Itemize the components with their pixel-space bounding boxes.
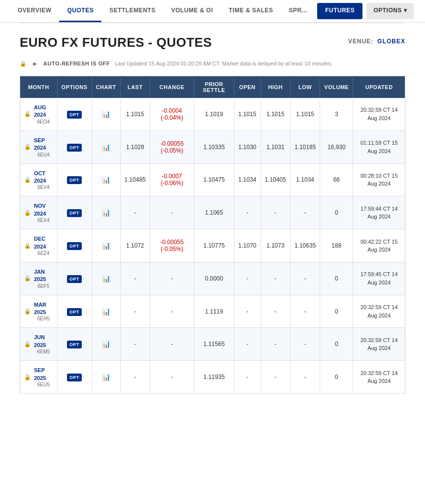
nav-overview[interactable]: OVERVIEW <box>10 0 59 22</box>
cell-updated: 01:11:59 CT 15 Aug 2024 <box>353 130 405 163</box>
bar-chart-icon[interactable]: 📊 <box>102 209 110 217</box>
change-value: -0.00055 (-0.05%) <box>161 239 184 252</box>
cell-open: 1.1030 <box>234 130 261 163</box>
nav-spr[interactable]: SPR... <box>281 0 316 22</box>
nav-time-sales[interactable]: TIME & SALES <box>221 0 281 22</box>
opt-badge[interactable]: OPT <box>67 144 82 152</box>
nav-volume-oi[interactable]: VOLUME & OI <box>163 0 221 22</box>
status-text: Last Updated 15 Aug 2024 01:20:29 AM CT.… <box>115 61 332 66</box>
navigation: OVERVIEW QUOTES SETTLEMENTS VOLUME & OI … <box>0 0 425 23</box>
month-label[interactable]: JAN 2025 <box>34 268 53 284</box>
opt-badge[interactable]: OPT <box>67 341 82 348</box>
table-row: 🔒 NOV 2024 6EX4 OPT📊--1.1065---017:59:44… <box>20 196 405 229</box>
col-prior-settle: PRIOR SETTLE <box>194 76 234 98</box>
cell-updated: 20:32:59 CT 14 Aug 2024 <box>353 328 405 361</box>
lock-icon: 🔒 <box>20 60 27 67</box>
opt-badge[interactable]: OPT <box>67 242 82 250</box>
cell-prior-settle: 1.10335 <box>194 130 234 163</box>
cell-updated: 00:28:10 CT 15 Aug 2024 <box>353 163 405 196</box>
month-lock-icon: 🔒 <box>24 308 31 315</box>
cell-last: 1.1015 <box>120 98 150 130</box>
month-label[interactable]: OCT 2024 <box>34 170 53 185</box>
cell-month: 🔒 OCT 2024 6EV4 <box>20 163 58 196</box>
page-title: EURO FX FUTURES - QUOTES <box>20 35 212 50</box>
opt-badge[interactable]: OPT <box>67 111 82 119</box>
cell-change: - <box>150 361 194 394</box>
month-lock-icon: 🔒 <box>24 177 31 183</box>
cell-month: 🔒 AUG 2024 6EO4 <box>20 98 58 130</box>
cell-options: OPT <box>57 196 92 229</box>
nav-futures-button[interactable]: FUTURES <box>317 3 362 19</box>
cell-change: - <box>150 196 194 229</box>
cell-chart: 📊 <box>92 361 120 394</box>
cell-last: 1.10485 <box>120 163 150 196</box>
month-lock-icon: 🔒 <box>24 275 31 282</box>
cell-low: 1.10185 <box>290 130 320 163</box>
cell-options: OPT <box>57 262 92 295</box>
month-label[interactable]: MAR 2025 <box>34 301 53 316</box>
bar-chart-icon[interactable]: 📊 <box>102 373 110 381</box>
bar-chart-icon[interactable]: 📊 <box>102 340 110 348</box>
cell-change: - <box>150 262 194 295</box>
cell-prior-settle: 1.1119 <box>194 295 234 328</box>
opt-badge[interactable]: OPT <box>67 374 82 381</box>
cell-volume: 3 <box>320 98 353 130</box>
month-label[interactable]: JUN 2025 <box>34 334 53 349</box>
quotes-table: MONTH OPTIONS CHART LAST CHANGE PRIOR SE… <box>20 76 405 394</box>
month-label[interactable]: AUG 2024 <box>34 104 53 119</box>
col-open: OPEN <box>234 76 261 98</box>
month-lock-icon: 🔒 <box>24 341 31 347</box>
change-value: -0.00055 (-0.05%) <box>161 140 184 154</box>
opt-badge[interactable]: OPT <box>67 209 82 217</box>
updated-value: 20:32:59 CT 14 Aug 2024 <box>357 369 401 385</box>
bar-chart-icon[interactable]: 📊 <box>102 275 110 283</box>
change-value: -0.0007 (-0.06%) <box>161 173 183 187</box>
month-lock-icon: 🔒 <box>24 374 31 380</box>
cell-low: - <box>290 196 320 229</box>
cell-change: -0.00055 (-0.05%) <box>150 130 194 163</box>
updated-value: 20:32:59 CT 14 Aug 2024 <box>357 106 401 122</box>
cell-volume: 0 <box>320 328 353 361</box>
table-row: 🔒 JAN 2025 6EF5 OPT📊--0.0000---017:59:45… <box>20 262 405 295</box>
opt-badge[interactable]: OPT <box>67 308 82 316</box>
month-label[interactable]: SEP 2024 <box>34 137 53 152</box>
cell-prior-settle: 1.1019 <box>194 98 234 130</box>
cell-updated: 20:32:59 CT 14 Aug 2024 <box>353 295 405 328</box>
change-value: -0.0004 (-0.04%) <box>161 107 183 121</box>
nav-quotes[interactable]: QUOTES <box>59 0 101 22</box>
bar-chart-icon[interactable]: 📊 <box>102 176 110 184</box>
bar-chart-icon[interactable]: 📊 <box>102 242 110 250</box>
cell-prior-settle: 1.11935 <box>194 361 234 394</box>
cell-high: 1.1031 <box>261 130 290 163</box>
month-label[interactable]: NOV 2024 <box>34 202 53 218</box>
cell-last: - <box>120 295 150 328</box>
refresh-icon[interactable]: ▶ <box>32 60 38 67</box>
opt-badge[interactable]: OPT <box>67 275 82 283</box>
cell-volume: 0 <box>320 262 353 295</box>
updated-value: 17:59:44 CT 14 Aug 2024 <box>357 205 401 221</box>
cell-open: - <box>234 328 261 361</box>
bar-chart-icon[interactable]: 📊 <box>102 110 110 118</box>
cell-chart: 📊 <box>92 163 120 196</box>
col-options: OPTIONS <box>57 76 92 98</box>
bar-chart-icon[interactable]: 📊 <box>102 143 110 151</box>
bar-chart-icon[interactable]: 📊 <box>102 308 110 315</box>
month-code: 6EF5 <box>34 284 53 289</box>
cell-options: OPT <box>57 98 92 130</box>
cell-open: - <box>234 361 261 394</box>
cell-prior-settle: 0.0000 <box>194 262 234 295</box>
opt-badge[interactable]: OPT <box>67 176 82 184</box>
venue-info: VENUE: GLOBEX <box>348 38 405 45</box>
col-volume: VOLUME <box>320 76 353 98</box>
cell-month: 🔒 JAN 2025 6EF5 <box>20 262 58 295</box>
page-header: EURO FX FUTURES - QUOTES VENUE: GLOBEX <box>20 35 405 50</box>
month-label[interactable]: DEC 2024 <box>34 235 53 251</box>
nav-options-button[interactable]: OPTIONS ▾ <box>366 3 414 19</box>
cell-last: - <box>120 361 150 394</box>
month-label[interactable]: SEP 2025 <box>34 367 53 382</box>
cell-last: - <box>120 328 150 361</box>
col-updated: UPDATED <box>353 76 405 98</box>
nav-settlements[interactable]: SETTLEMENTS <box>101 0 163 22</box>
cell-chart: 📊 <box>92 130 120 163</box>
updated-value: 01:11:59 CT 15 Aug 2024 <box>357 139 401 155</box>
